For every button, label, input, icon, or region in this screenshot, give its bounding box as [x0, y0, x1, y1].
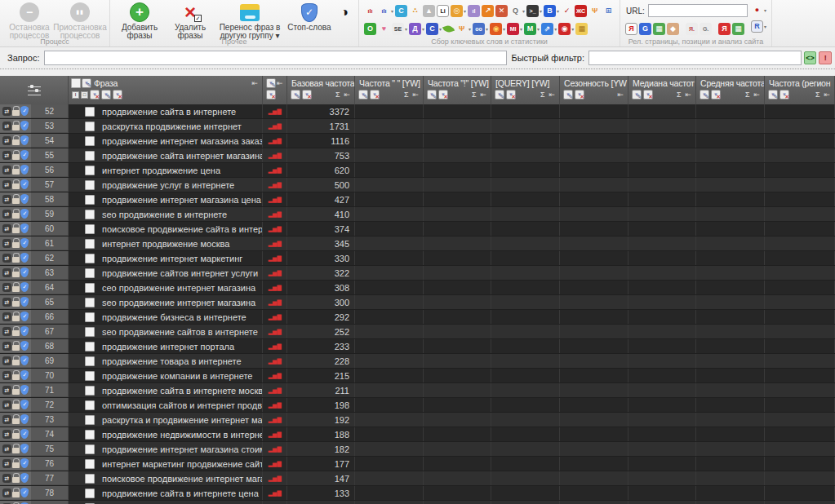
column-header[interactable]: Частота "!" [YW]▼▼Σ⇤: [424, 76, 491, 104]
lock-icon[interactable]: [12, 165, 20, 175]
sum-icon[interactable]: Σ: [472, 91, 477, 99]
shield-check-icon[interactable]: ✓: [20, 414, 29, 424]
pin-column-icon[interactable]: ⇤: [412, 91, 419, 99]
filter-clear-icon[interactable]: ▼: [711, 90, 721, 99]
trend-cell[interactable]: ▂▅▇: [263, 163, 287, 177]
lock-icon[interactable]: [12, 223, 20, 233]
filter-edit-icon[interactable]: ▼: [266, 78, 276, 88]
move-phrases-button[interactable]: Перенос фраз в другую группу ▾: [215, 2, 284, 40]
row-checkbox[interactable]: [85, 415, 95, 425]
phrase-cell[interactable]: раскрутка продвижение интернет: [69, 119, 263, 133]
r-blue-icon[interactable]: R: [751, 20, 763, 33]
row-checkbox[interactable]: [85, 283, 95, 293]
trend-chart-icon[interactable]: ▂▅▇: [263, 490, 286, 497]
lock-icon[interactable]: [12, 429, 20, 439]
lock-icon[interactable]: [12, 458, 20, 468]
phrase-cell[interactable]: продвижение сайта в интернете москва: [69, 383, 263, 397]
lock-icon[interactable]: [12, 341, 20, 351]
hands-pink-icon[interactable]: ♥: [378, 23, 390, 35]
phrase-cell[interactable]: заказать продвижение в интернете: [69, 501, 263, 504]
lock-icon[interactable]: [12, 297, 20, 307]
pin-column-icon[interactable]: ⇤: [685, 91, 691, 99]
lock-icon[interactable]: [12, 150, 20, 160]
trend-chart-icon[interactable]: ▂▅▇: [263, 211, 286, 218]
filter-clear-icon[interactable]: ▼: [643, 90, 653, 99]
transfer-icon[interactable]: ⇄: [2, 166, 11, 175]
row-checkbox[interactable]: [85, 342, 95, 351]
phrase-cell[interactable]: продвижение интернет маркетинг: [69, 251, 263, 265]
lock-icon[interactable]: [12, 209, 20, 219]
phrase-cell[interactable]: поисковое продвижение сайта в интерн: [69, 222, 263, 236]
spellcheck-icon[interactable]: ✓: [561, 5, 573, 17]
google-pos-icon[interactable]: G.: [700, 23, 712, 35]
phrase-cell[interactable]: продвижение интернет портала: [69, 339, 263, 353]
trend-cell[interactable]: ▂▅▇: [263, 119, 287, 133]
phrase-cell[interactable]: сео продвижение интернет магазина: [69, 281, 263, 294]
lock-icon[interactable]: [12, 282, 20, 292]
shield-check-icon[interactable]: ✓: [20, 341, 29, 351]
shield-check-icon[interactable]: ✓: [20, 121, 29, 130]
shield-check-icon[interactable]: ✓: [20, 282, 29, 292]
shield-check-icon[interactable]: ✓: [20, 165, 29, 175]
stat-red-bars-icon[interactable]: ılı: [364, 5, 376, 17]
phrase-cell[interactable]: продвижение интернет магазина заказат: [69, 134, 263, 148]
lock-icon[interactable]: [12, 356, 20, 365]
trend-chart-icon[interactable]: ▂▅▇: [263, 123, 286, 130]
b-blue-icon[interactable]: B: [544, 5, 556, 17]
leaf-icon[interactable]: [442, 24, 455, 34]
dropdown-arrow-icon[interactable]: ▾: [486, 26, 488, 32]
sum-icon[interactable]: Σ: [677, 91, 682, 99]
add-phrases-button[interactable]: + Добавить фразы: [114, 2, 165, 40]
search-icon[interactable]: Q: [509, 5, 522, 17]
pin-column-icon[interactable]: ⇤: [344, 91, 350, 99]
column-header[interactable]: [QUERY] [YW]▼▼Σ⇤: [491, 76, 560, 104]
column-header[interactable]: Базовая частота▼▼Σ⇤: [287, 76, 355, 104]
hand2-orange-icon[interactable]: Ψ: [455, 23, 468, 35]
lock-icon[interactable]: [12, 194, 20, 204]
lock-icon[interactable]: [12, 444, 20, 453]
sum-icon[interactable]: Σ: [745, 91, 750, 99]
wc-red-icon[interactable]: ЖС: [575, 5, 587, 17]
transfer-icon[interactable]: ⇄: [2, 430, 11, 439]
phrase-cell[interactable]: продвижение услуг в интернете: [69, 178, 263, 192]
phrase-cell[interactable]: интернет маркетинг продвижение сайто: [69, 457, 263, 471]
transfer-icon[interactable]: ⇄: [2, 415, 11, 424]
shield-check-icon[interactable]: ✓: [20, 106, 29, 116]
target-disc-icon[interactable]: ◎: [451, 5, 463, 17]
trend-cell[interactable]: ▂▅▇: [263, 237, 287, 250]
case-o-icon[interactable]: □: [81, 91, 88, 99]
trend-chart-icon[interactable]: ▂▅▇: [263, 255, 286, 262]
shield-check-icon[interactable]: ✓: [20, 473, 29, 483]
trend-cell[interactable]: ▂▅▇: [263, 178, 287, 192]
lock-icon[interactable]: [12, 106, 20, 116]
phrase-cell[interactable]: продвижение интернет магазина стоимо: [69, 442, 263, 456]
filter-clear-icon[interactable]: ▼: [575, 90, 584, 99]
transfer-icon[interactable]: ⇄: [2, 400, 11, 409]
lock-icon[interactable]: [12, 121, 20, 130]
trend-chart-icon[interactable]: ▂▅▇: [263, 138, 286, 144]
lock-icon[interactable]: [12, 473, 20, 483]
row-checkbox[interactable]: [85, 489, 95, 498]
dropdown-arrow-icon[interactable]: ▾: [469, 26, 471, 32]
trend-chart-icon[interactable]: ▂▅▇: [263, 153, 286, 159]
delete-phrases-button[interactable]: ×✓ Удалить фразы: [165, 2, 215, 40]
lock-icon[interactable]: [12, 326, 20, 336]
trend-cell[interactable]: ▂▅▇: [263, 501, 287, 504]
shield-check-icon[interactable]: ✓: [20, 356, 29, 365]
trend-cell[interactable]: ▂▅▇: [263, 413, 287, 427]
dropdown-arrow-icon[interactable]: ▾: [764, 24, 766, 29]
service-c-teal-icon[interactable]: C: [395, 5, 407, 17]
filter-clear-icon[interactable]: ▼: [438, 90, 448, 99]
row-checkbox[interactable]: [85, 107, 95, 117]
serp-icon[interactable]: SE: [392, 23, 404, 35]
lock-icon[interactable]: [12, 312, 20, 321]
grid-blue-icon[interactable]: ⊞: [602, 5, 615, 17]
url-input[interactable]: [648, 4, 748, 17]
trend-chart-icon[interactable]: ▂▅▇: [263, 431, 286, 438]
filter-clear-icon[interactable]: ▼: [113, 90, 122, 99]
trend-chart-icon[interactable]: ▂▅▇: [263, 358, 286, 365]
lock-icon[interactable]: [12, 414, 20, 424]
fire-disc-icon[interactable]: ◉: [490, 23, 502, 35]
trend-chart-icon[interactable]: ▂▅▇: [263, 270, 286, 276]
warning-filter-button[interactable]: !: [819, 51, 832, 64]
